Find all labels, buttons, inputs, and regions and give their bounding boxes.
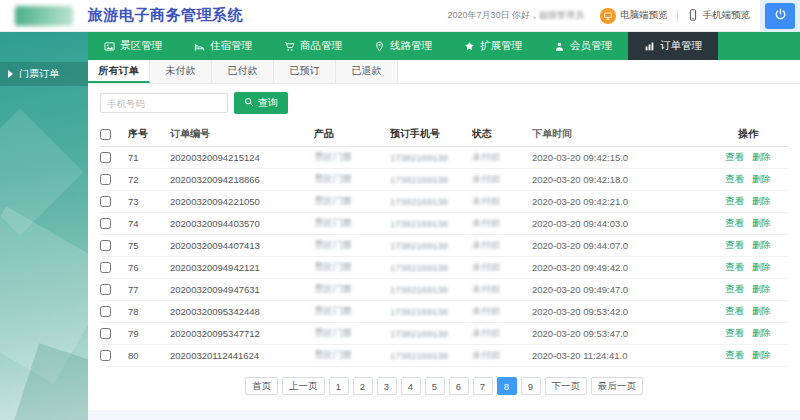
page-3[interactable]: 3 bbox=[377, 377, 397, 395]
page-9[interactable]: 9 bbox=[521, 377, 541, 395]
view-link[interactable]: 查看 bbox=[725, 327, 744, 340]
sidebar-item-ticket-orders[interactable]: 门票订单 bbox=[0, 62, 88, 86]
delete-link[interactable]: 删除 bbox=[752, 327, 771, 340]
table-row: 7320200320094221050景区门票17382169138未付款202… bbox=[100, 191, 788, 213]
view-link[interactable]: 查看 bbox=[725, 283, 744, 296]
row-checkbox-cell bbox=[100, 196, 128, 207]
status-cell: 未付款 bbox=[472, 283, 532, 296]
view-link[interactable]: 查看 bbox=[725, 195, 744, 208]
row-checkbox-cell bbox=[100, 284, 128, 295]
serial-cell: 79 bbox=[128, 328, 170, 339]
view-link[interactable]: 查看 bbox=[725, 173, 744, 186]
view-link[interactable]: 查看 bbox=[725, 261, 744, 274]
nav-item-label: 订单管理 bbox=[660, 39, 702, 53]
delete-link[interactable]: 删除 bbox=[752, 217, 771, 230]
row-checkbox[interactable] bbox=[100, 306, 111, 317]
tab-refunded[interactable]: 已退款 bbox=[336, 60, 398, 83]
mobile-preview-label: 手机端预览 bbox=[703, 9, 751, 22]
tab-all-orders[interactable]: 所有订单 bbox=[88, 60, 150, 83]
row-checkbox[interactable] bbox=[100, 262, 111, 273]
nav-item-scenic[interactable]: 景区管理 bbox=[88, 32, 178, 60]
order-no-cell: 20200320094407413 bbox=[170, 240, 314, 251]
nav-item-member[interactable]: 会员管理 bbox=[538, 32, 628, 60]
row-checkbox-cell bbox=[100, 240, 128, 251]
order-no-cell: 20200320094942121 bbox=[170, 262, 314, 273]
page-4[interactable]: 4 bbox=[401, 377, 421, 395]
view-link[interactable]: 查看 bbox=[725, 151, 744, 164]
row-checkbox[interactable] bbox=[100, 240, 111, 251]
row-checkbox[interactable] bbox=[100, 174, 111, 185]
view-link[interactable]: 查看 bbox=[725, 239, 744, 252]
serial-cell: 76 bbox=[128, 262, 170, 273]
search-input[interactable] bbox=[100, 93, 228, 113]
sidebar: 门票订单 bbox=[0, 32, 88, 420]
page-next[interactable]: 下一页 bbox=[545, 377, 588, 395]
orders-table: 序号订单编号产品预订手机号状态下单时间操作7120200320094215124… bbox=[88, 122, 800, 367]
row-checkbox-cell bbox=[100, 328, 128, 339]
search-button[interactable]: 查询 bbox=[234, 92, 288, 114]
nav-item-hotel[interactable]: 住宿管理 bbox=[178, 32, 268, 60]
row-checkbox[interactable] bbox=[100, 284, 111, 295]
tab-reserved[interactable]: 已预订 bbox=[274, 60, 336, 83]
power-area bbox=[760, 0, 800, 32]
delete-link[interactable]: 删除 bbox=[752, 261, 771, 274]
delete-link[interactable]: 删除 bbox=[752, 239, 771, 252]
page-5[interactable]: 5 bbox=[425, 377, 445, 395]
page-1[interactable]: 1 bbox=[329, 377, 349, 395]
table-row: 7620200320094942121景区门票17382169138未付款202… bbox=[100, 257, 788, 279]
view-link[interactable]: 查看 bbox=[725, 305, 744, 318]
page-2[interactable]: 2 bbox=[353, 377, 373, 395]
phone-cell: 17382169138 bbox=[390, 174, 472, 185]
member-icon bbox=[554, 41, 565, 52]
serial-cell: 72 bbox=[128, 174, 170, 185]
operation-cell: 查看删除 bbox=[708, 173, 788, 186]
status-cell: 未付款 bbox=[472, 173, 532, 186]
page-6[interactable]: 6 bbox=[449, 377, 469, 395]
view-link[interactable]: 查看 bbox=[725, 349, 744, 362]
scenic-icon bbox=[104, 41, 115, 52]
page-7[interactable]: 7 bbox=[473, 377, 493, 395]
order-tabs: 所有订单未付款已付款已预订已退款 bbox=[88, 60, 800, 84]
nav-item-goods[interactable]: 商品管理 bbox=[268, 32, 358, 60]
row-checkbox[interactable] bbox=[100, 218, 111, 229]
delete-link[interactable]: 删除 bbox=[752, 305, 771, 318]
select-all-checkbox[interactable] bbox=[100, 129, 111, 140]
phone-cell: 17382169138 bbox=[390, 262, 472, 273]
delete-link[interactable]: 删除 bbox=[752, 349, 771, 362]
tab-unpaid[interactable]: 未付款 bbox=[150, 60, 212, 83]
nav-item-extension[interactable]: 扩展管理 bbox=[448, 32, 538, 60]
product-cell: 景区门票 bbox=[314, 283, 390, 296]
page-last[interactable]: 最后一页 bbox=[591, 377, 643, 395]
mobile-preview-link[interactable]: 手机端预览 bbox=[687, 9, 751, 23]
row-checkbox[interactable] bbox=[100, 328, 111, 339]
page-first[interactable]: 首页 bbox=[245, 377, 278, 395]
pc-preview-link[interactable]: 电脑端预览 bbox=[600, 8, 668, 24]
row-checkbox-cell bbox=[100, 350, 128, 361]
delete-link[interactable]: 删除 bbox=[752, 173, 771, 186]
delete-link[interactable]: 删除 bbox=[752, 195, 771, 208]
search-button-label: 查询 bbox=[258, 96, 278, 110]
column-header-product: 产品 bbox=[314, 127, 390, 141]
view-link[interactable]: 查看 bbox=[725, 217, 744, 230]
logout-button[interactable] bbox=[765, 3, 795, 29]
delete-link[interactable]: 删除 bbox=[752, 151, 771, 164]
page-prev[interactable]: 上一页 bbox=[282, 377, 325, 395]
table-header-row: 序号订单编号产品预订手机号状态下单时间操作 bbox=[100, 122, 788, 147]
time-cell: 2020-03-20 09:42:18.0 bbox=[532, 174, 708, 185]
nav-item-order[interactable]: 订单管理 bbox=[628, 32, 718, 60]
greeting-text: 2020年7月30日 你好， bbox=[447, 10, 539, 20]
tab-paid[interactable]: 已付款 bbox=[212, 60, 274, 83]
status-cell: 未付款 bbox=[472, 195, 532, 208]
row-checkbox[interactable] bbox=[100, 196, 111, 207]
page-8[interactable]: 8 bbox=[497, 377, 517, 395]
header-divider bbox=[677, 10, 678, 22]
nav-item-route[interactable]: 线路管理 bbox=[358, 32, 448, 60]
pc-preview-label: 电脑端预览 bbox=[620, 9, 668, 22]
table-row: 7120200320094215124景区门票17382169138未付款202… bbox=[100, 147, 788, 169]
operation-cell: 查看删除 bbox=[708, 261, 788, 274]
row-checkbox[interactable] bbox=[100, 152, 111, 163]
operation-cell: 查看删除 bbox=[708, 327, 788, 340]
row-checkbox[interactable] bbox=[100, 350, 111, 361]
serial-cell: 75 bbox=[128, 240, 170, 251]
delete-link[interactable]: 删除 bbox=[752, 283, 771, 296]
